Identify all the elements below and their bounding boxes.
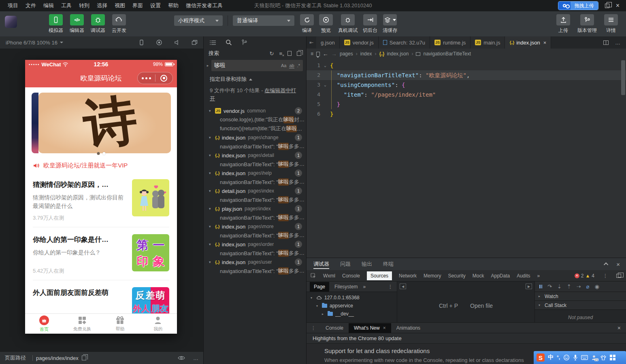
code-editor[interactable]: 1⌄ { 2 "navigationBarTitleText": "欧皇源码论坛… (307, 59, 626, 258)
close-drawer-icon[interactable]: × (617, 325, 626, 331)
capsule-menu[interactable] (137, 72, 173, 84)
search-match[interactable]: navigationBarTitleText": "哆啦多多… (204, 178, 306, 186)
menu-help[interactable]: 帮助 (164, 2, 182, 9)
tab-memory[interactable]: Memory (424, 273, 441, 279)
chevron-down-icon[interactable]: ▾ (209, 135, 213, 140)
search-result-file[interactable]: ▾ {..} index.json pages\more 1 (204, 222, 306, 231)
search-match[interactable]: navigationBarTitleText": "哆啦多多… (204, 249, 306, 258)
more-actions-icon[interactable]: … (615, 40, 620, 46)
tab-network[interactable]: Network (399, 273, 417, 279)
match-case-icon[interactable]: Aa (281, 63, 286, 68)
mode-dropdown[interactable]: 小程序模式 (174, 15, 223, 26)
cloud-dev-button[interactable]: 云开发 (112, 14, 126, 34)
search-input[interactable]: 哆啦 Aa ab .* (211, 60, 303, 71)
list-item[interactable]: 你给人的第一印象是什… 你给人的第一印象是什么？ 5.42万人在测 第 一 印 … (33, 227, 169, 280)
preview-button[interactable]: 预览 (319, 14, 333, 34)
menu-edit[interactable]: 编辑 (40, 2, 57, 9)
more-tabs-icon[interactable]: » (537, 273, 540, 279)
tab-wxml[interactable]: Wxml (323, 273, 335, 279)
copy-icon[interactable] (82, 356, 86, 360)
search-result-file[interactable]: ▾ {..} play.json pages\index 1 (204, 204, 306, 213)
chevron-down-icon[interactable]: ▾ (209, 260, 213, 264)
chevron-down-icon[interactable]: ▾ (209, 171, 213, 175)
code-line[interactable]: 4 "item": "/pages/index/item" (307, 90, 626, 99)
close-panel-icon[interactable]: × (616, 261, 620, 268)
menu-settings[interactable]: 设置 (147, 2, 164, 9)
bookmark-icon[interactable] (316, 52, 320, 56)
pause-on-exceptions-icon[interactable]: ◉ (594, 284, 599, 290)
restore-window-icon[interactable] (605, 4, 609, 8)
carousel-slide[interactable]: 诗 (38, 93, 171, 153)
search-result-file[interactable]: ▾ {..} index.json pages\change 1 (204, 133, 306, 142)
more-tabs-icon[interactable]: » (363, 284, 366, 290)
tab-mock[interactable]: Mock (473, 273, 484, 279)
tab-terminal[interactable]: 终端 (383, 258, 394, 270)
search-match[interactable]: navigationBarTitleText": "哆啦多多… (204, 231, 306, 240)
search-match[interactable]: navigationBarTitleText": "哆啦多多… (204, 213, 306, 222)
file-list-icon[interactable] (210, 40, 216, 45)
whole-word-icon[interactable]: ab (289, 63, 294, 68)
forward-icon[interactable]: → (331, 51, 337, 57)
drawer-tab-console[interactable]: Console (320, 323, 349, 333)
tree-item-host[interactable]: ▾ 127.0.0.1:65368 (307, 294, 397, 302)
tab-filesystem[interactable]: Filesystem (334, 284, 358, 290)
menu-tools[interactable]: 工具 (57, 2, 75, 9)
ime-lang-toggle[interactable]: 中 (548, 354, 554, 361)
menu-interface[interactable]: 界面 (129, 2, 147, 9)
drawer-menu-icon[interactable]: ⋮ (307, 325, 320, 331)
mic-icon[interactable] (573, 354, 578, 361)
path-label[interactable]: 页面路径 (5, 354, 26, 362)
chevron-down-icon[interactable]: ▾ (209, 109, 213, 113)
callstack-section[interactable]: ▾ Call Stack (535, 301, 626, 310)
search-match[interactable]: navigationBarTitleText": "哆啦多多… (204, 267, 306, 275)
inspect-icon[interactable] (311, 273, 316, 279)
chevron-down-icon[interactable]: ▾ (209, 224, 213, 229)
undock-icon[interactable] (616, 274, 621, 278)
pause-icon[interactable] (539, 285, 542, 288)
pane-menu-icon[interactable]: ⋮ (388, 284, 397, 290)
collapse-all-icon[interactable] (297, 51, 301, 56)
tree-item-appservice[interactable]: ▾ appservice (307, 302, 397, 310)
search-icon[interactable] (226, 39, 232, 46)
search-match[interactable]: function(){return{title:"我正在哆啦… (204, 124, 306, 133)
tab-index-json[interactable]: {..} index.json × (505, 36, 551, 49)
clear-cache-button[interactable]: 清缓存 (383, 14, 397, 34)
notice-bar[interactable]: 欧皇源码论坛/注册就送一年VIP (25, 159, 177, 172)
chevron-down-icon[interactable]: ▾ (209, 207, 213, 211)
search-result-file[interactable]: ▾ {..} index.json pages\user 1 (204, 258, 306, 267)
fold-icon[interactable]: ⌄ (320, 80, 330, 90)
ime-punct-toggle[interactable]: °, (557, 355, 560, 360)
dir-exclude-toggle[interactable]: 指定目录和排除 (204, 74, 306, 84)
drawer-tab-animations[interactable]: Animations (391, 323, 426, 333)
account-avatar[interactable] (5, 16, 17, 28)
menu-devtools[interactable]: 微信开发者工具 (182, 2, 226, 9)
tab-console[interactable]: Console (342, 273, 360, 279)
tab-output[interactable]: 输出 (362, 258, 372, 270)
device-selector[interactable]: iPhone 6/7/8 100% 16 (6, 40, 57, 46)
back-icon[interactable]: ← (323, 51, 328, 57)
tab-appdata[interactable]: AppData (491, 273, 510, 279)
menu-goto[interactable]: 转到 (75, 2, 93, 9)
tab-free-exchange[interactable]: 免费兑换 (63, 314, 101, 334)
menu-project[interactable]: 项目 (4, 2, 22, 9)
tab-scroll-left-icon[interactable]: ⇤ (307, 36, 316, 49)
drag-upload-badge[interactable]: 拖拽上传 (558, 1, 598, 10)
debugger-toggle-button[interactable]: 调试器 (91, 14, 105, 34)
tab-main-js[interactable]: JS main.js (471, 36, 505, 49)
watch-section[interactable]: ▸ Watch (535, 292, 626, 301)
tab-audits[interactable]: Audits (517, 273, 530, 279)
switch-background-button[interactable]: 切后台 (363, 14, 377, 34)
error-badge[interactable]: ✕ 2 ▲ 4 (575, 273, 594, 279)
minimize-circle-icon[interactable] (155, 75, 173, 82)
drawer-tab-whats-new[interactable]: What's New × (349, 323, 391, 333)
version-control-button[interactable]: 版本管理 (577, 14, 597, 34)
show-navigator-icon[interactable]: ◀ (400, 284, 406, 289)
collapse-panel-icon[interactable] (604, 262, 608, 267)
chevron-down-icon[interactable]: ▾ (209, 153, 213, 157)
tab-problems[interactable]: 问题 (340, 258, 351, 270)
code-line[interactable]: 6 } (307, 109, 626, 119)
tab-g-json[interactable]: g.json (316, 36, 340, 49)
tab-home[interactable]: 首页 (25, 314, 63, 334)
code-line[interactable]: 5 } (307, 99, 626, 109)
fold-icon[interactable]: ⌄ (320, 61, 330, 70)
